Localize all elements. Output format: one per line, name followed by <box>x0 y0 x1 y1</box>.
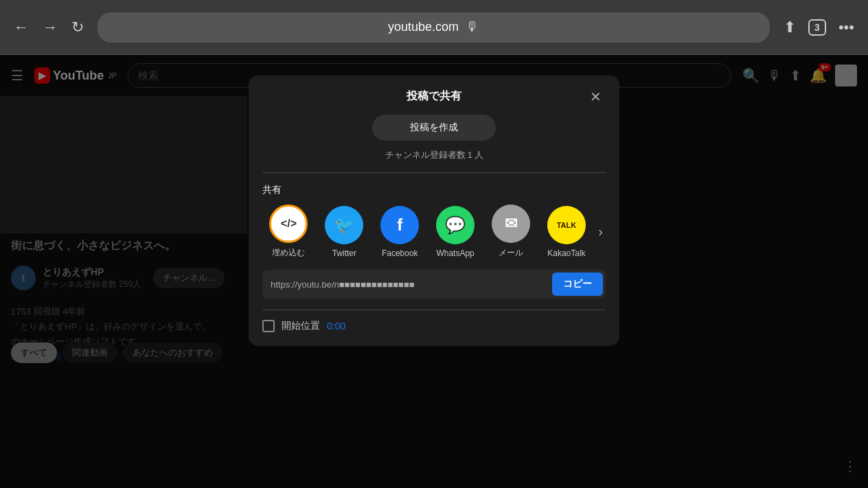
youtube-page: ☰ ▶ YouTube JP 検索 🔍 🎙 ⬆ 🔔 9+ 街に息づく、小さなビジ… <box>0 55 868 488</box>
twitter-icon: 🐦 <box>325 206 363 244</box>
url-display: https://youtu.be/n■■■■■■■■■■■■■■ <box>271 279 552 290</box>
kakao-icon: TALK <box>547 206 586 244</box>
twitter-label: Twitter <box>332 248 356 258</box>
modal-overlay: 投稿で共有 ✕ 投稿を作成 チャンネル登録者数１人 共有 </> 埋め込む <box>0 55 868 488</box>
start-position-label: 開始位置 <box>282 320 320 332</box>
back-button[interactable]: ← <box>14 20 29 35</box>
share-item-whatsapp[interactable]: 💬 WhatsApp <box>429 206 482 258</box>
url-display: youtube.com <box>388 20 459 34</box>
url-copy-row: https://youtu.be/n■■■■■■■■■■■■■■ コピー <box>262 270 606 299</box>
subscriber-count: チャンネル登録者数１人 <box>262 149 606 161</box>
mail-label: メール <box>499 247 523 259</box>
modal-divider-2 <box>262 310 606 310</box>
share-section-label: 共有 <box>262 184 606 196</box>
share-button[interactable]: ⬆ <box>784 19 796 36</box>
share-item-embed[interactable]: </> 埋め込む <box>262 205 315 259</box>
start-position-checkbox[interactable] <box>262 320 275 332</box>
embed-label: 埋め込む <box>272 247 305 259</box>
address-bar[interactable]: youtube.com 🎙 <box>98 12 770 43</box>
start-position-time: 0:00 <box>327 321 345 332</box>
modal-title: 投稿で共有 <box>407 89 461 104</box>
kakao-label: KakaoTalk <box>547 248 585 258</box>
forward-button[interactable]: → <box>43 20 58 35</box>
reload-button[interactable]: ↻ <box>71 20 84 35</box>
share-item-kakao[interactable]: TALK KakaoTalk <box>540 206 593 258</box>
browser-toolbar: ← → ↻ youtube.com 🎙 ⬆ 3 ••• <box>0 0 868 55</box>
more-menu-button[interactable]: ••• <box>838 19 854 36</box>
facebook-label: Facebook <box>382 248 418 258</box>
share-modal: 投稿で共有 ✕ 投稿を作成 チャンネル登録者数１人 共有 </> 埋め込む <box>249 75 619 346</box>
close-button[interactable]: ✕ <box>585 86 606 107</box>
mic-icon[interactable]: 🎙 <box>466 19 479 35</box>
start-position-row: 開始位置 0:00 <box>262 320 606 332</box>
embed-icon: </> <box>269 205 308 243</box>
tab-count[interactable]: 3 <box>808 19 826 36</box>
copy-button[interactable]: コピー <box>552 272 603 296</box>
whatsapp-label: WhatsApp <box>436 248 474 258</box>
mail-icon: ✉ <box>492 205 530 243</box>
share-item-mail[interactable]: ✉ メール <box>485 205 538 259</box>
chevron-right-icon[interactable]: › <box>595 224 606 240</box>
modal-divider-1 <box>262 172 606 173</box>
share-item-facebook[interactable]: f Facebook <box>374 206 426 258</box>
whatsapp-icon: 💬 <box>436 206 475 244</box>
share-icons-row: </> 埋め込む 🐦 Twitter f Facebook <box>262 205 606 259</box>
create-post-button[interactable]: 投稿を作成 <box>372 115 496 141</box>
facebook-icon: f <box>380 206 419 244</box>
share-item-twitter[interactable]: 🐦 Twitter <box>318 206 371 258</box>
modal-header: 投稿で共有 ✕ <box>262 89 606 104</box>
browser-actions: ⬆ 3 ••• <box>784 19 854 36</box>
